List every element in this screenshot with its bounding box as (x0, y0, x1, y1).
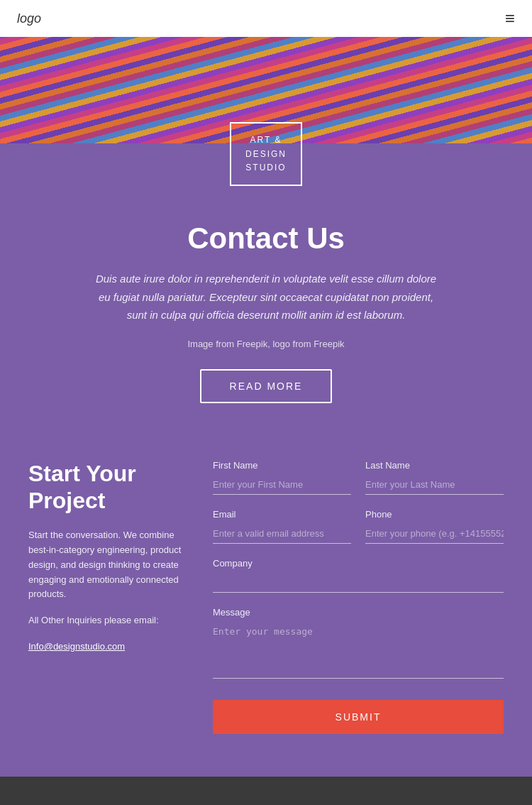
company-group: Company (213, 558, 504, 593)
contact-section: Contact Us Duis aute irure dolor in repr… (0, 193, 532, 446)
hero-banner: ART & DESIGN STUDIO (0, 37, 532, 193)
first-name-group: First Name (213, 460, 351, 495)
phone-label: Phone (365, 509, 504, 520)
inquiries-label: All Other Inquiries please email: (28, 613, 184, 628)
email-label: Email (213, 509, 351, 520)
read-more-button[interactable]: READ MORE (200, 369, 333, 403)
footer: HEADLINE Sample text. Click to select th… (0, 777, 532, 806)
company-input[interactable] (213, 573, 504, 593)
form-heading: Start Your Project (28, 460, 184, 515)
contact-form: First Name Last Name Email Phone Company (213, 460, 504, 734)
last-name-input[interactable] (365, 475, 504, 495)
company-label: Company (213, 558, 504, 569)
last-name-group: Last Name (365, 460, 504, 495)
email-input[interactable] (213, 524, 351, 544)
email-phone-row: Email Phone (213, 509, 504, 544)
name-row: First Name Last Name (213, 460, 504, 495)
submit-button[interactable]: SUBMIT (213, 700, 504, 734)
message-group: Message (213, 607, 504, 679)
hamburger-icon[interactable]: ≡ (505, 9, 515, 28)
first-name-label: First Name (213, 460, 351, 471)
contact-email-link[interactable]: Info@designstudio.com (28, 641, 125, 652)
studio-logo-box: ART & DESIGN STUDIO (230, 122, 302, 186)
form-section: Start Your Project Start the conversatio… (0, 446, 532, 777)
contact-description: Duis aute irure dolor in reprehenderit i… (89, 270, 443, 324)
message-label: Message (213, 607, 504, 618)
message-input[interactable] (213, 622, 504, 679)
contact-title: Contact Us (17, 221, 515, 256)
form-description: Start the conversation. We combine best-… (28, 528, 184, 602)
logo: logo (17, 11, 41, 26)
phone-group: Phone (365, 509, 504, 544)
last-name-label: Last Name (365, 460, 504, 471)
email-group: Email (213, 509, 351, 544)
first-name-input[interactable] (213, 475, 351, 495)
header: logo ≡ (0, 0, 532, 37)
phone-input[interactable] (365, 524, 504, 544)
form-left-panel: Start Your Project Start the conversatio… (28, 460, 184, 734)
image-credits: Image from Freepik, logo from Freepik (17, 339, 515, 349)
